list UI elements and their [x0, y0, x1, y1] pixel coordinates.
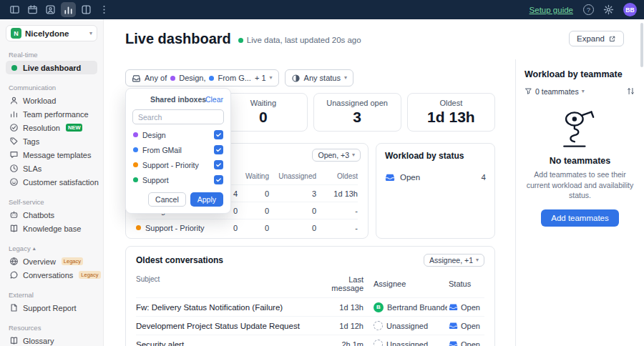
inbox-option-support[interactable]: Support [126, 172, 230, 187]
status-label: Open [461, 340, 480, 346]
unassigned-count: 3 [269, 189, 316, 198]
checkbox-checked[interactable] [214, 145, 223, 154]
sidebar-item-slas[interactable]: SLAs [6, 162, 97, 175]
conversation-row[interactable]: Development Project Status Update Reques… [136, 316, 484, 335]
chevron-down-icon: ▾ [270, 75, 273, 81]
calendar-icon[interactable] [25, 2, 40, 17]
add-teammates-button[interactable]: Add teammates [541, 209, 619, 227]
status-filter[interactable]: Any status ▾ [285, 69, 353, 86]
apply-button[interactable]: Apply [190, 192, 223, 207]
sidebar-item-glossary[interactable]: Glossary [6, 334, 97, 346]
sidebar-item-customer-satisfaction[interactable]: Customer satisfaction [6, 175, 97, 189]
expand-button[interactable]: Expand [569, 31, 624, 46]
checkbox-checked[interactable] [214, 130, 223, 139]
sidebar-section-realtime: Real-time [9, 51, 94, 59]
sidebar-item-overview[interactable]: Overview Legacy [6, 254, 97, 268]
chevron-down-icon: ▾ [344, 75, 347, 81]
sidebar-item-live-dashboard[interactable]: Live dashboard [6, 61, 97, 74]
document-icon [9, 303, 19, 312]
last-message-time: 2h 1m [317, 340, 364, 346]
inbox-filter[interactable]: Any of Design, From G... + 1 ▾ [125, 69, 279, 86]
user-avatar[interactable]: BB [623, 3, 637, 16]
sidebar-item-label: Overview [23, 257, 56, 266]
inbox-color-dot [136, 225, 141, 230]
sidebar-item-workload[interactable]: Workload [6, 94, 97, 107]
sort-icon[interactable] [626, 86, 635, 96]
sidebar-item-conversations[interactable]: Conversations Legacy [6, 268, 97, 282]
open-inbox-icon [449, 321, 458, 330]
sidebar-item-message-templates[interactable]: Message templates [6, 148, 97, 162]
unassigned-count: 0 [269, 224, 316, 232]
sidebar-item-label: SLAs [23, 164, 42, 173]
stat-value: 1d 13h [427, 109, 475, 126]
more-icon[interactable] [97, 2, 112, 17]
section-label: Legacy [9, 244, 31, 252]
filter-chip: Design, [179, 74, 205, 82]
open-inbox-icon [449, 340, 458, 346]
assignee-avatar: B [374, 302, 384, 312]
status-label: Open [400, 173, 420, 182]
conversation-subject: Fw: Delivery Status Notification (Failur… [136, 303, 317, 312]
filter-bar: Any of Design, From G... + 1 ▾ Any statu… [125, 69, 495, 86]
sidebar-item-knowledge-base[interactable]: Knowledge base [6, 222, 97, 235]
inbox-option-support-priority[interactable]: Support - Priority [126, 157, 230, 172]
setup-guide-link[interactable]: Setup guide [530, 6, 573, 14]
sidebar-item-support-report[interactable]: Support Report [6, 301, 97, 315]
sidebar-item-chatbots[interactable]: Chatbots [6, 208, 97, 222]
check-circle-icon [9, 123, 19, 132]
chevron-down-icon: ▾ [476, 257, 479, 263]
option-label: Support [142, 176, 169, 184]
teammates-filter[interactable]: 0 teammates [535, 87, 579, 96]
live-dot-icon [11, 65, 17, 71]
unassigned-count: 0 [269, 207, 316, 215]
workspace-selector[interactable]: N Nicelydone ▾ [6, 25, 97, 41]
sidebar-item-resolution[interactable]: Resolution NEW [6, 121, 97, 134]
card-title: Oldest conversations [136, 255, 223, 265]
gear-icon[interactable] [603, 4, 614, 15]
inbox-tray-icon [132, 74, 141, 83]
conversations-table-header: Subject Last message Assignee Status [136, 275, 484, 297]
checkbox-checked[interactable] [214, 175, 223, 184]
open-inbox-icon [449, 302, 458, 312]
status-label: Open [461, 322, 480, 330]
sidebar-item-label: Live dashboard [23, 64, 81, 72]
cancel-button[interactable]: Cancel [148, 192, 186, 207]
scrollbar-thumb[interactable] [640, 23, 643, 67]
workload-by-teammate-panel: Workload by teammate 0 teammates ▾ [515, 59, 644, 346]
filter-label: Any status [304, 74, 341, 82]
clock-icon [9, 164, 19, 173]
oldest-value: - [316, 224, 358, 232]
analytics-icon[interactable] [61, 2, 76, 17]
search-input[interactable] [132, 109, 224, 124]
col-waiting: Waiting [238, 172, 269, 180]
assignee-name: Unassigned [386, 322, 428, 330]
live-indicator-dot [238, 38, 243, 43]
sidebar-section-resources: Resources [9, 324, 94, 332]
sidebar-item-tags[interactable]: Tags [6, 134, 97, 148]
smiley-icon [9, 177, 19, 187]
conversation-row[interactable]: Security alert 2h 1m Unassigned Open [136, 335, 484, 346]
oldest-value: - [316, 207, 358, 215]
sidebar-item-label: Knowledge base [23, 224, 81, 233]
checkbox-checked[interactable] [214, 160, 223, 169]
sidebar-toggle-icon[interactable] [7, 2, 22, 17]
col-unassigned: Unassigned [269, 172, 316, 180]
help-icon[interactable]: ? [583, 4, 594, 15]
legacy-badge: Legacy [79, 271, 100, 279]
inbox-option-from-gmail[interactable]: From GMail [126, 142, 230, 157]
filter-prefix: Any of [145, 74, 167, 82]
table-row: Support - Priority 0 0 0 - [136, 219, 358, 236]
assignee-select[interactable]: Assignee, +1 ▾ [424, 254, 484, 267]
sidebar-section-legacy-toggle[interactable]: Legacy ▴ [9, 244, 94, 252]
inbox-status-select[interactable]: Open, +3 ▾ [312, 149, 361, 162]
book-icon [9, 336, 19, 345]
funnel-icon [525, 87, 532, 95]
boards-icon[interactable] [79, 2, 94, 17]
conversation-row[interactable]: Fw: Delivery Status Notification (Failur… [136, 297, 484, 316]
contacts-icon[interactable] [43, 2, 58, 17]
sidebar-item-label: Workload [23, 97, 56, 105]
clear-button[interactable]: Clear [205, 95, 223, 104]
inbox-option-design[interactable]: Design [126, 127, 230, 142]
col-status: Status [447, 275, 484, 292]
sidebar-item-team-performance[interactable]: Team performance [6, 107, 97, 121]
